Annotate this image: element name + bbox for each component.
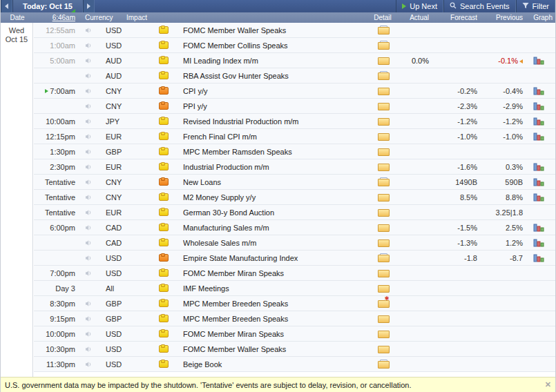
detail-icon[interactable] <box>372 162 393 171</box>
speaker-icon[interactable] <box>79 255 97 262</box>
graph-icon[interactable] <box>523 208 555 217</box>
event-name[interactable]: IMF Meetings <box>183 284 372 293</box>
impact-icon[interactable] <box>144 148 183 155</box>
speaker-icon[interactable] <box>79 148 97 155</box>
speaker-icon[interactable] <box>79 300 97 307</box>
filter-button[interactable]: Filter <box>516 0 555 12</box>
detail-icon[interactable] <box>372 268 393 277</box>
impact-icon[interactable] <box>144 117 183 125</box>
detail-icon[interactable] <box>372 329 393 338</box>
graph-icon[interactable] <box>523 268 555 277</box>
impact-icon[interactable] <box>144 208 183 216</box>
graph-icon[interactable] <box>523 101 555 110</box>
graph-icon[interactable] <box>523 284 555 293</box>
graph-icon[interactable] <box>523 132 555 141</box>
event-name[interactable]: Manufacturing Sales m/m <box>183 224 372 232</box>
event-name[interactable]: Empire State Manufacturing Index <box>183 254 372 262</box>
impact-icon[interactable] <box>144 330 183 337</box>
event-name[interactable]: MI Leading Index m/m <box>183 57 372 65</box>
detail-icon[interactable] <box>372 208 393 217</box>
event-name[interactable]: M2 Money Supply y/y <box>183 193 372 202</box>
speaker-icon[interactable] <box>79 103 97 110</box>
graph-icon[interactable] <box>523 344 555 353</box>
impact-icon[interactable] <box>144 300 183 307</box>
close-icon[interactable]: ✕ <box>545 380 551 389</box>
up-next-button[interactable]: Up Next <box>396 0 443 12</box>
detail-icon[interactable] <box>372 223 393 232</box>
speaker-icon[interactable] <box>79 224 97 231</box>
impact-icon[interactable] <box>144 41 183 49</box>
detail-icon[interactable] <box>372 132 393 141</box>
speaker-icon[interactable] <box>79 209 97 216</box>
impact-icon[interactable] <box>144 72 183 79</box>
event-name[interactable]: French Final CPI m/m <box>183 133 372 141</box>
impact-icon[interactable] <box>144 26 183 34</box>
speaker-icon[interactable] <box>79 239 97 246</box>
event-name[interactable]: Wholesale Sales m/m <box>183 239 372 247</box>
speaker-icon[interactable] <box>79 270 97 277</box>
impact-icon[interactable] <box>144 87 183 95</box>
graph-icon[interactable] <box>523 314 555 323</box>
speaker-icon[interactable] <box>79 361 97 368</box>
speaker-icon[interactable] <box>79 346 97 353</box>
impact-icon[interactable] <box>144 224 183 231</box>
detail-icon[interactable] <box>372 71 393 80</box>
event-name[interactable]: MPC Member Breeden Speaks <box>183 300 372 308</box>
graph-icon[interactable] <box>523 193 555 202</box>
graph-icon[interactable] <box>523 26 555 35</box>
speaker-icon[interactable] <box>79 42 97 49</box>
event-name[interactable]: New Loans <box>183 178 372 186</box>
event-name[interactable]: FOMC Member Collins Speaks <box>183 41 372 50</box>
detail-icon[interactable] <box>372 26 393 35</box>
graph-icon[interactable] <box>523 253 555 262</box>
search-events-button[interactable]: Search Events <box>443 0 516 12</box>
speaker-icon[interactable] <box>79 133 97 140</box>
event-name[interactable]: FOMC Member Waller Speaks <box>183 26 372 35</box>
speaker-icon[interactable] <box>79 88 97 95</box>
detail-icon[interactable] <box>372 284 393 293</box>
event-name[interactable]: FOMC Member Miran Speaks <box>183 269 372 277</box>
impact-icon[interactable] <box>144 284 183 292</box>
impact-icon[interactable] <box>144 360 183 368</box>
graph-icon[interactable] <box>523 41 555 50</box>
graph-icon[interactable] <box>523 147 555 156</box>
prev-day-button[interactable] <box>1 0 12 12</box>
speaker-icon[interactable] <box>79 118 97 125</box>
detail-icon[interactable] <box>372 56 393 65</box>
event-name[interactable]: CPI y/y <box>183 87 372 95</box>
detail-icon[interactable] <box>372 147 393 156</box>
event-name[interactable]: MPC Member Breeden Speaks <box>183 315 372 323</box>
impact-icon[interactable] <box>144 102 183 110</box>
graph-icon[interactable] <box>523 329 555 338</box>
detail-icon[interactable] <box>372 41 393 50</box>
graph-icon[interactable] <box>523 56 555 65</box>
impact-icon[interactable] <box>144 315 183 322</box>
impact-icon[interactable] <box>144 57 183 64</box>
event-name[interactable]: RBA Assist Gov Hunter Speaks <box>183 72 372 80</box>
next-day-button[interactable] <box>83 0 95 12</box>
graph-icon[interactable] <box>523 238 555 247</box>
impact-icon[interactable] <box>144 254 183 262</box>
detail-icon[interactable] <box>372 101 393 110</box>
graph-icon[interactable] <box>523 360 555 369</box>
detail-icon[interactable] <box>372 344 393 353</box>
event-name[interactable]: FOMC Member Waller Speaks <box>183 345 372 353</box>
current-time-link[interactable]: 6:46am <box>34 14 79 21</box>
impact-icon[interactable] <box>144 178 183 186</box>
speaker-icon[interactable] <box>79 27 97 34</box>
impact-icon[interactable] <box>144 345 183 353</box>
speaker-icon[interactable] <box>79 315 97 322</box>
speaker-icon[interactable] <box>79 179 97 186</box>
impact-icon[interactable] <box>144 193 183 201</box>
detail-icon[interactable] <box>372 193 393 202</box>
graph-icon[interactable] <box>523 299 555 308</box>
event-name[interactable]: MPC Member Ramsden Speaks <box>183 148 372 156</box>
speaker-icon[interactable] <box>79 164 97 170</box>
detail-icon[interactable] <box>372 117 393 126</box>
event-name[interactable]: German 30-y Bond Auction <box>183 208 372 217</box>
detail-icon[interactable] <box>372 253 393 262</box>
detail-icon[interactable] <box>372 238 393 247</box>
graph-icon[interactable] <box>523 177 555 186</box>
speaker-icon[interactable] <box>79 331 97 337</box>
speaker-icon[interactable] <box>79 72 97 79</box>
